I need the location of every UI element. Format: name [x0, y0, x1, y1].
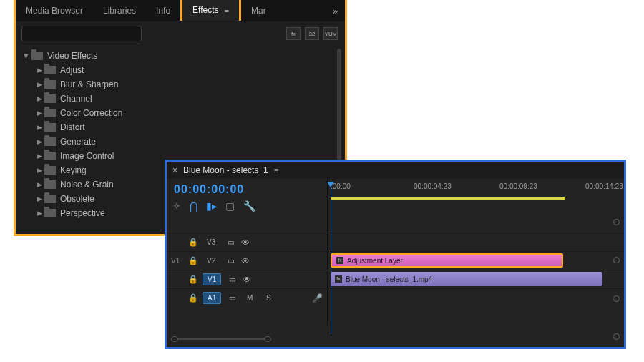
solo-button[interactable]: S: [261, 292, 275, 305]
tab-info[interactable]: Info: [146, 0, 180, 21]
insert-icon[interactable]: ✧: [172, 200, 181, 212]
clip-adjustment-layer[interactable]: fx Adjustment Layer: [331, 253, 563, 268]
chevron-right-icon[interactable]: ▶: [34, 195, 44, 202]
zoom-handle[interactable]: [613, 219, 620, 225]
folder-icon: [44, 94, 56, 103]
timeline-header: × Blue Moon - selects_1 ≡: [167, 162, 624, 179]
panel-menu-icon[interactable]: ≡: [225, 6, 229, 14]
lock-icon[interactable]: 🔒: [188, 293, 198, 303]
chevron-right-icon[interactable]: ▶: [34, 167, 44, 174]
zoom-handle-right[interactable]: [264, 336, 271, 342]
chevron-right-icon[interactable]: ▶: [34, 152, 44, 160]
zoom-bar[interactable]: [178, 338, 265, 340]
zoom-handle[interactable]: [613, 295, 620, 302]
accelerated-filter-icon[interactable]: fx: [286, 27, 301, 40]
close-icon[interactable]: ×: [172, 165, 177, 175]
marker-icon[interactable]: ▮▸: [206, 200, 217, 212]
source-patch[interactable]: V1: [171, 257, 184, 265]
eye-icon[interactable]: 👁: [243, 275, 251, 285]
track-label[interactable]: V1: [203, 273, 221, 285]
chevron-right-icon[interactable]: ▶: [34, 109, 44, 117]
tab-overflow-icon[interactable]: »: [326, 6, 345, 16]
folder-generate[interactable]: ▶Generate: [19, 134, 342, 149]
32bit-filter-icon[interactable]: 32: [305, 27, 319, 40]
chevron-right-icon[interactable]: ▶: [34, 95, 44, 102]
yuv-filter-icon[interactable]: YUV: [323, 27, 338, 40]
track-head-a1[interactable]: 🔒 A1 ▭ M S 🎤: [167, 288, 327, 307]
clip-video[interactable]: fx Blue Moon - selects_1.mp4: [331, 272, 602, 286]
zoom-handle-left[interactable]: [171, 336, 178, 342]
playhead-timecode[interactable]: 00:00:00:00: [174, 183, 321, 196]
chevron-right-icon[interactable]: ▶: [34, 138, 44, 145]
track-lane-v3[interactable]: [328, 233, 624, 251]
chevron-right-icon[interactable]: ▶: [34, 210, 44, 217]
folder-icon: [44, 209, 56, 217]
tab-libraries[interactable]: Libraries: [93, 0, 146, 21]
folder-icon: [44, 166, 56, 175]
folder-blur-sharpen[interactable]: ▶Blur & Sharpen: [19, 77, 342, 92]
tab-label: Effects: [192, 5, 218, 15]
tab-label: Libraries: [103, 6, 136, 16]
chevron-right-icon[interactable]: ▶: [34, 81, 44, 88]
sync-lock-icon[interactable]: ▭: [225, 293, 238, 303]
tab-label: Mar: [251, 6, 266, 16]
zoom-handle[interactable]: [613, 257, 620, 263]
track-lanes[interactable]: fx Adjustment Layer fx Blue Moon - selec…: [327, 218, 624, 326]
timeline-panel: × Blue Moon - selects_1 ≡ 00:00:00:00 ✧ …: [165, 160, 626, 349]
track-lane-a1[interactable]: [328, 288, 624, 307]
folder-icon: [44, 123, 56, 132]
panel-menu-icon[interactable]: ≡: [274, 166, 278, 175]
folder-icon: [44, 66, 56, 74]
folder-icon: [44, 152, 56, 160]
chevron-right-icon[interactable]: ▶: [34, 124, 44, 131]
effects-search-row: ⌕ fx 32 YUV: [16, 21, 345, 46]
folder-distort[interactable]: ▶Distort: [19, 120, 342, 134]
time-ruler[interactable]: :00:00 00:00:04:23 00:00:09:23 00:00:14:…: [328, 183, 610, 197]
vertical-zoom-dots: [613, 219, 620, 340]
snap-icon[interactable]: ⋂: [190, 200, 197, 212]
voiceover-mic-icon[interactable]: 🎤: [312, 293, 323, 303]
folder-channel[interactable]: ▶Channel: [19, 92, 342, 106]
folder-color-correction[interactable]: ▶Color Correction: [19, 106, 342, 120]
scrollbar-thumb[interactable]: [337, 49, 341, 163]
sync-lock-icon[interactable]: ▭: [224, 238, 237, 248]
effects-search-input[interactable]: [21, 26, 142, 41]
folder-video-effects[interactable]: ▶ Video Effects: [19, 49, 342, 63]
folder-icon: [44, 80, 56, 89]
timeline-footer: [171, 334, 620, 344]
chevron-down-icon[interactable]: ▶: [23, 51, 30, 61]
wrench-icon[interactable]: 🔧: [243, 200, 255, 212]
eye-icon[interactable]: 👁: [241, 238, 250, 248]
track-label[interactable]: A1: [203, 292, 221, 304]
lock-icon[interactable]: 🔒: [188, 256, 198, 265]
sync-lock-icon[interactable]: ▭: [225, 275, 238, 285]
folder-label: Channel: [60, 94, 92, 104]
tab-effects[interactable]: Effects ≡: [180, 0, 241, 21]
track-label[interactable]: V3: [203, 237, 220, 248]
track-lane-v1[interactable]: fx Blue Moon - selects_1.mp4: [328, 270, 624, 288]
ruler-label: 00:00:09:23: [499, 182, 537, 190]
chevron-right-icon[interactable]: ▶: [34, 181, 44, 188]
timeline-ruler-area[interactable]: :00:00 00:00:04:23 00:00:09:23 00:00:14:…: [327, 179, 624, 218]
mute-button[interactable]: M: [243, 292, 257, 305]
tab-media-browser[interactable]: Media Browser: [16, 0, 93, 21]
track-label[interactable]: V2: [203, 255, 220, 266]
sync-lock-icon[interactable]: ▭: [224, 256, 237, 266]
track-head-v1[interactable]: 🔒 V1 ▭ 👁: [167, 270, 327, 288]
folder-icon: [44, 195, 56, 203]
track-lane-v2[interactable]: fx Adjustment Layer: [328, 251, 624, 270]
horizontal-zoom-scroll[interactable]: [171, 336, 286, 342]
folder-adjust[interactable]: ▶Adjust: [19, 63, 342, 77]
lock-icon[interactable]: 🔒: [188, 238, 198, 247]
tab-label: Media Browser: [26, 6, 83, 16]
folder-label: Image Control: [60, 151, 114, 161]
eye-icon[interactable]: 👁: [241, 256, 250, 266]
work-area-bar[interactable]: [331, 197, 565, 200]
chevron-right-icon[interactable]: ▶: [34, 67, 44, 74]
track-head-v3[interactable]: 🔒 V3 ▭ 👁: [167, 233, 327, 251]
lock-icon[interactable]: 🔒: [188, 275, 198, 284]
settings-shield-icon[interactable]: ▢: [225, 200, 235, 212]
timeline-controls-left: 00:00:00:00 ✧ ⋂ ▮▸ ▢ 🔧: [167, 179, 327, 218]
track-head-v2[interactable]: V1 🔒 V2 ▭ 👁: [167, 251, 327, 270]
tab-markers-truncated[interactable]: Mar: [241, 0, 276, 21]
